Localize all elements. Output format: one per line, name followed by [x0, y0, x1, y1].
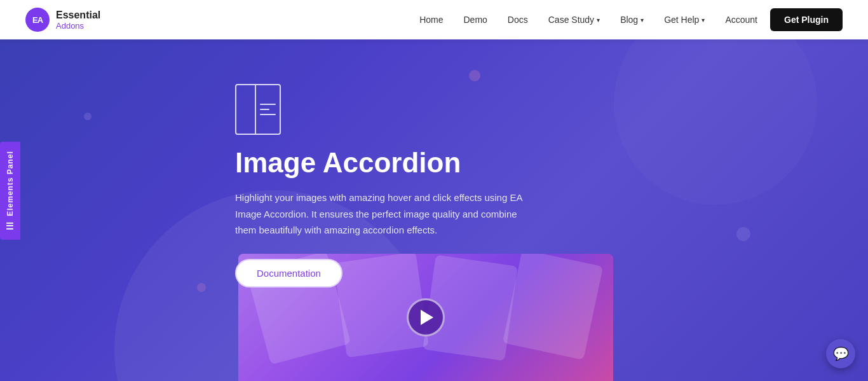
blog-caret: ▾	[641, 17, 644, 24]
hero-title: Image Accordion	[235, 148, 540, 178]
nav-case-study[interactable]: Case Study ▾	[541, 10, 607, 30]
navbar: EA Essential Addons Home Demo Docs Case …	[0, 0, 868, 39]
nav-account[interactable]: Account	[717, 10, 765, 30]
play-button[interactable]	[407, 298, 445, 336]
accordion-line-2	[260, 109, 269, 110]
nav-demo[interactable]: Demo	[456, 10, 494, 30]
deco-circle-5	[736, 227, 750, 241]
nav-docs[interactable]: Docs	[500, 10, 536, 30]
chat-bubble[interactable]: 💬	[826, 339, 855, 368]
elements-panel-tab[interactable]: ☰ Elements Panel	[0, 142, 20, 240]
documentation-button[interactable]: Documentation	[235, 259, 342, 287]
logo-icon: EA	[25, 8, 50, 32]
hero-section: Image Accordion Highlight your images wi…	[0, 39, 868, 381]
deco-circle-2	[469, 70, 480, 81]
nav-links: Home Demo Docs Case Study ▾ Blog ▾ Get H…	[412, 8, 843, 31]
nav-home[interactable]: Home	[412, 10, 451, 30]
accordion-icon-left	[236, 85, 256, 134]
deco-circle-1	[614, 39, 817, 205]
accordion-icon-right	[256, 85, 280, 134]
get-help-caret: ▾	[702, 17, 705, 24]
accordion-line-3	[260, 114, 276, 115]
get-plugin-button[interactable]: Get Plugin	[770, 8, 843, 31]
elements-panel-icon: ☰	[5, 219, 15, 230]
logo-text: Essential Addons	[56, 9, 100, 31]
case-study-caret: ▾	[597, 17, 600, 24]
hero-icon-box	[235, 84, 540, 135]
logo[interactable]: EA Essential Addons	[25, 8, 100, 32]
nav-blog[interactable]: Blog ▾	[613, 10, 651, 30]
accordion-line-1	[260, 104, 276, 105]
hero-content: Image Accordion Highlight your images wi…	[235, 84, 540, 287]
nav-get-help[interactable]: Get Help ▾	[656, 10, 712, 30]
deco-circle-3	[84, 113, 92, 120]
accordion-icon	[235, 84, 281, 135]
hero-description: Highlight your images with amazing hover…	[235, 190, 540, 239]
chat-icon: 💬	[833, 346, 849, 361]
play-icon	[421, 310, 433, 325]
